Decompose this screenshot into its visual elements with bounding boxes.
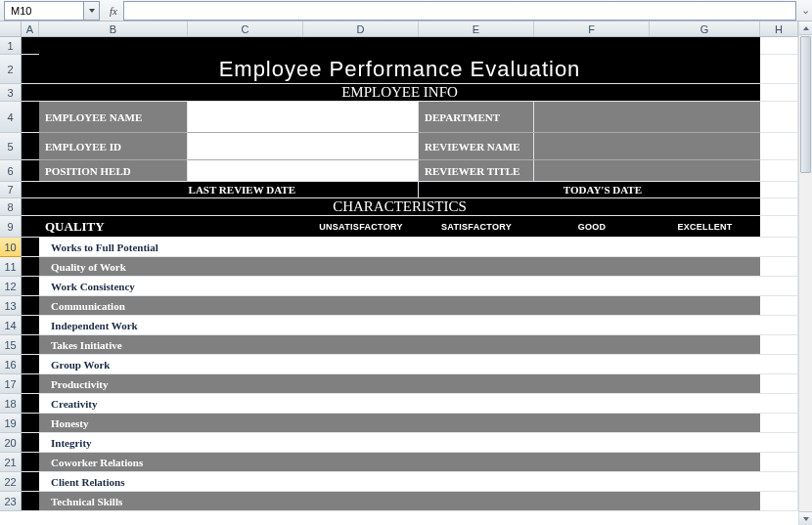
row-header[interactable]: 15	[0, 335, 22, 355]
formula-input[interactable]	[123, 1, 796, 21]
cells-area[interactable]: Employee Performance Evaluation EMPLOYEE…	[22, 37, 798, 525]
cell[interactable]	[760, 492, 798, 511]
rating-cell[interactable]	[419, 296, 534, 316]
row-header[interactable]: 20	[0, 433, 22, 453]
input-todays-date[interactable]	[650, 182, 760, 198]
row-header[interactable]: 21	[0, 453, 22, 472]
cell[interactable]	[760, 257, 798, 277]
cell[interactable]	[22, 316, 39, 335]
rating-cell[interactable]	[303, 355, 419, 374]
cell[interactable]	[22, 102, 39, 133]
row-header[interactable]: 11	[0, 257, 22, 277]
cell[interactable]	[39, 37, 760, 55]
cell[interactable]	[760, 238, 798, 257]
cell[interactable]	[760, 472, 798, 492]
cell[interactable]	[22, 238, 39, 257]
cell[interactable]	[22, 472, 39, 492]
input-department[interactable]	[534, 102, 760, 133]
row-header[interactable]: 5	[0, 133, 22, 160]
cell[interactable]	[22, 453, 39, 472]
cell[interactable]	[22, 133, 39, 160]
rating-cell[interactable]	[650, 374, 760, 394]
row-header[interactable]: 10	[0, 238, 22, 257]
row-header[interactable]: 2	[0, 55, 22, 84]
rating-cell[interactable]	[419, 374, 534, 394]
rating-cell[interactable]	[534, 277, 650, 296]
rating-cell[interactable]	[419, 433, 534, 453]
rating-cell[interactable]	[534, 257, 650, 277]
cell[interactable]	[22, 433, 39, 453]
cell[interactable]	[760, 102, 798, 133]
rating-cell[interactable]	[650, 277, 760, 296]
cell[interactable]	[22, 394, 39, 414]
rating-cell[interactable]	[534, 394, 650, 414]
scroll-thumb[interactable]	[800, 36, 811, 173]
row-header[interactable]: 9	[0, 216, 22, 238]
row-header[interactable]: 18	[0, 394, 22, 414]
row-header[interactable]: 3	[0, 84, 22, 102]
rating-cell[interactable]	[303, 257, 419, 277]
rating-cell[interactable]	[534, 335, 650, 355]
col-header-b[interactable]: B	[39, 22, 188, 37]
rating-cell[interactable]	[534, 316, 650, 335]
rating-cell[interactable]	[650, 257, 760, 277]
cell[interactable]	[760, 355, 798, 374]
cell[interactable]	[760, 335, 798, 355]
row-header[interactable]: 4	[0, 102, 22, 133]
cell[interactable]	[760, 160, 798, 182]
rating-cell[interactable]	[419, 414, 534, 433]
rating-cell[interactable]	[419, 335, 534, 355]
row-header[interactable]: 22	[0, 472, 22, 492]
input-reviewer-name[interactable]	[534, 133, 760, 160]
cell[interactable]	[22, 296, 39, 316]
cell[interactable]	[760, 216, 798, 238]
col-header-f[interactable]: F	[534, 22, 650, 37]
cell[interactable]	[22, 37, 39, 55]
cell[interactable]	[22, 216, 39, 238]
select-all-corner[interactable]	[0, 22, 22, 37]
rating-cell[interactable]	[650, 335, 760, 355]
rating-cell[interactable]	[534, 296, 650, 316]
row-header[interactable]: 19	[0, 414, 22, 433]
rating-cell[interactable]	[303, 453, 419, 472]
rating-cell[interactable]	[419, 257, 534, 277]
cell[interactable]	[22, 414, 39, 433]
cell[interactable]	[760, 414, 798, 433]
input-position-held[interactable]	[188, 160, 419, 182]
rating-cell[interactable]	[650, 472, 760, 492]
cell[interactable]	[760, 37, 798, 55]
cell[interactable]	[22, 182, 39, 198]
cell[interactable]	[760, 55, 798, 84]
cell[interactable]	[760, 84, 798, 102]
input-employee-id[interactable]	[188, 133, 419, 160]
rating-cell[interactable]	[419, 238, 534, 257]
rating-cell[interactable]	[534, 433, 650, 453]
rating-cell[interactable]	[419, 472, 534, 492]
cell[interactable]	[22, 160, 39, 182]
rating-cell[interactable]	[534, 414, 650, 433]
cell[interactable]	[760, 133, 798, 160]
rating-cell[interactable]	[650, 296, 760, 316]
cell[interactable]	[22, 257, 39, 277]
cell[interactable]	[760, 198, 798, 216]
name-box-dropdown-icon[interactable]	[83, 2, 99, 20]
cell[interactable]	[760, 277, 798, 296]
col-header-c[interactable]: C	[188, 22, 303, 37]
vertical-scrollbar[interactable]	[798, 22, 812, 525]
col-header-a[interactable]: A	[22, 22, 39, 37]
row-header[interactable]: 8	[0, 198, 22, 216]
rating-cell[interactable]	[303, 374, 419, 394]
cell[interactable]	[760, 316, 798, 335]
rating-cell[interactable]	[303, 492, 419, 511]
row-header[interactable]: 12	[0, 277, 22, 296]
rating-cell[interactable]	[303, 316, 419, 335]
fx-icon[interactable]: fx	[104, 5, 123, 17]
cell[interactable]	[760, 394, 798, 414]
cell[interactable]	[22, 492, 39, 511]
input-employee-name[interactable]	[188, 102, 419, 133]
row-header[interactable]: 14	[0, 316, 22, 335]
cell[interactable]	[22, 277, 39, 296]
rating-cell[interactable]	[303, 433, 419, 453]
rating-cell[interactable]	[303, 335, 419, 355]
rating-cell[interactable]	[419, 394, 534, 414]
